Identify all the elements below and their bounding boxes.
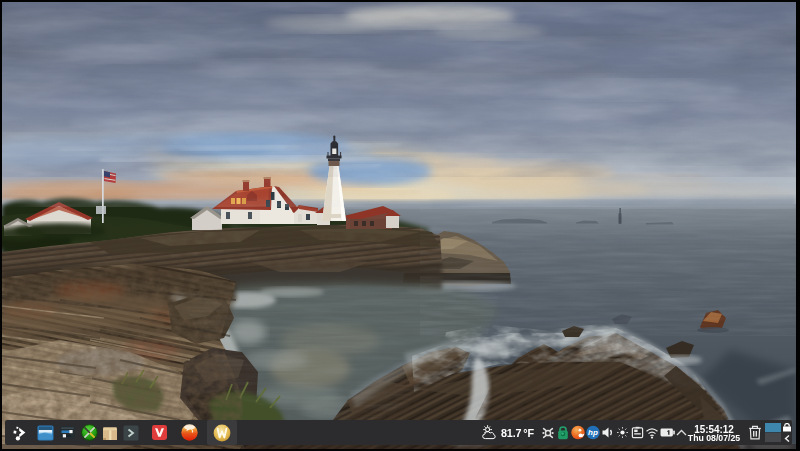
svg-text:hp: hp (588, 428, 598, 437)
